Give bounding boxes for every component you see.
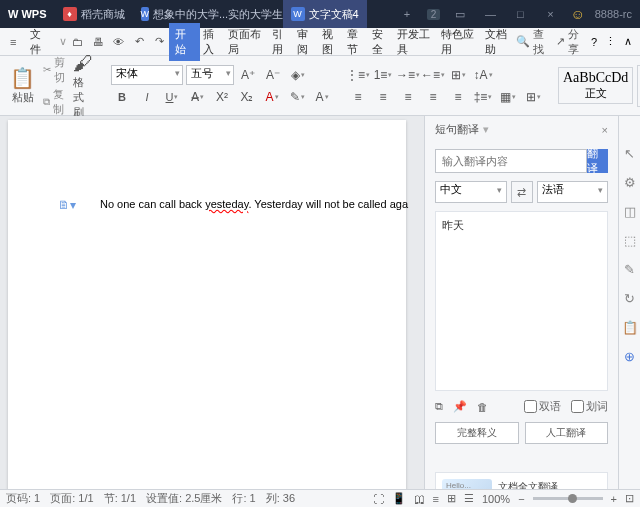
- delete-icon[interactable]: 🗑: [477, 401, 488, 413]
- panel-close-button[interactable]: ×: [602, 124, 608, 136]
- collapse-ribbon-icon[interactable]: ∧: [624, 35, 632, 48]
- font-size-select[interactable]: 五号: [186, 65, 234, 85]
- zoom-in-button[interactable]: +: [611, 493, 617, 505]
- zoom-value[interactable]: 100%: [482, 493, 510, 505]
- save-icon[interactable]: 🗀: [69, 32, 87, 52]
- settings-icon[interactable]: ⚙: [624, 175, 636, 190]
- status-col[interactable]: 列: 36: [266, 491, 295, 506]
- lang-to-select[interactable]: 法语: [537, 181, 609, 203]
- notification-badge[interactable]: 2: [427, 9, 441, 20]
- indent-right-icon[interactable]: →≡: [397, 65, 419, 85]
- full-definition-button[interactable]: 完整释义: [435, 422, 519, 444]
- view-book-icon[interactable]: 🕮: [414, 493, 425, 505]
- status-setting[interactable]: 设置值: 2.5厘米: [146, 491, 222, 506]
- strike-icon[interactable]: A̶: [186, 87, 208, 107]
- underline-icon[interactable]: U: [161, 87, 183, 107]
- status-line[interactable]: 行: 1: [232, 491, 255, 506]
- document-page[interactable]: 🗎▾ No one can call back yesteday. Yester…: [8, 120, 406, 489]
- zoom-out-button[interactable]: −: [518, 493, 524, 505]
- tab-start[interactable]: 开始: [169, 23, 200, 61]
- segment-check[interactable]: [571, 400, 584, 413]
- align-center-icon[interactable]: ≡: [372, 87, 394, 107]
- paste-button[interactable]: 📋粘贴: [6, 64, 39, 107]
- tab-review[interactable]: 审阅: [294, 23, 319, 61]
- char-border-icon[interactable]: A: [311, 87, 333, 107]
- align-right-icon[interactable]: ≡: [397, 87, 419, 107]
- bilingual-check[interactable]: [524, 400, 537, 413]
- misspelled-word[interactable]: yesteday: [205, 198, 248, 210]
- tab-features[interactable]: 特色应用: [438, 23, 482, 61]
- tab-references[interactable]: 引用: [269, 23, 294, 61]
- fit-page-icon[interactable]: ⊡: [625, 492, 634, 505]
- indent-left-icon[interactable]: ←≡: [422, 65, 444, 85]
- view-web-icon[interactable]: ⊞: [447, 492, 456, 505]
- undo-icon[interactable]: ↶: [130, 32, 148, 52]
- text-direction-icon[interactable]: ↕A: [472, 65, 494, 85]
- tab-insert[interactable]: 插入: [200, 23, 225, 61]
- search-button[interactable]: 🔍 查找: [516, 27, 547, 57]
- font-color-icon[interactable]: A: [261, 87, 283, 107]
- align-distribute-icon[interactable]: ≡: [447, 87, 469, 107]
- highlight-icon[interactable]: ✎: [286, 87, 308, 107]
- superscript-icon[interactable]: X²: [211, 87, 233, 107]
- document-viewport[interactable]: 🗎▾ No one can call back yesteday. Yester…: [0, 116, 424, 489]
- align-left-icon[interactable]: ≡: [347, 87, 369, 107]
- number-list-icon[interactable]: 1≡: [372, 65, 394, 85]
- more-icon[interactable]: ⋮: [605, 35, 616, 48]
- tab-security[interactable]: 安全: [369, 23, 394, 61]
- clear-format-icon[interactable]: ◈: [287, 65, 309, 85]
- align-justify-icon[interactable]: ≡: [422, 87, 444, 107]
- bilingual-checkbox[interactable]: 双语: [524, 399, 561, 414]
- borders-icon[interactable]: ⊞: [522, 87, 544, 107]
- format-painter-button[interactable]: 🖌格式刷: [69, 50, 97, 122]
- avatar-icon[interactable]: ☺: [570, 6, 584, 22]
- copy-button[interactable]: ⧉ 复制: [43, 87, 65, 117]
- print-icon[interactable]: 🖶: [89, 32, 107, 52]
- italic-icon[interactable]: I: [136, 87, 158, 107]
- document-text[interactable]: No one can call back yesteday. Yesterday…: [100, 198, 408, 210]
- preview-icon[interactable]: 👁: [110, 32, 128, 52]
- view-outline-icon[interactable]: ☰: [464, 492, 474, 505]
- line-spacing-icon[interactable]: ‡≡: [472, 87, 494, 107]
- bold-icon[interactable]: B: [111, 87, 133, 107]
- segment-checkbox[interactable]: 划词: [571, 399, 608, 414]
- zoom-thumb[interactable]: [568, 494, 577, 503]
- status-pages[interactable]: 页面: 1/1: [50, 491, 93, 506]
- clipboard-rail-icon[interactable]: 📋: [622, 320, 638, 335]
- minimize-button[interactable]: —: [480, 8, 500, 20]
- annotation-icon[interactable]: ✎: [624, 262, 635, 277]
- menu-hamburger-icon[interactable]: ≡: [4, 32, 22, 52]
- maximize-button[interactable]: □: [510, 8, 530, 20]
- snap-icon[interactable]: ⊞: [447, 65, 469, 85]
- subscript-icon[interactable]: X₂: [236, 87, 258, 107]
- status-section[interactable]: 节: 1/1: [104, 491, 136, 506]
- menu-icon[interactable]: ▭: [450, 8, 470, 21]
- status-page[interactable]: 页码: 1: [6, 491, 40, 506]
- style-icon[interactable]: ⬚: [624, 233, 636, 248]
- view-phone-icon[interactable]: 📱: [392, 492, 406, 505]
- shading-icon[interactable]: ▦: [497, 87, 519, 107]
- style-normal[interactable]: AaBbCcDd 正文: [558, 67, 633, 104]
- tab-layout[interactable]: 页面布局: [225, 23, 269, 61]
- zoom-slider[interactable]: [533, 497, 603, 500]
- tab-view[interactable]: 视图: [319, 23, 344, 61]
- properties-icon[interactable]: ◫: [624, 204, 636, 219]
- help-icon[interactable]: ?: [591, 36, 597, 48]
- bullet-list-icon[interactable]: ⋮≡: [347, 65, 369, 85]
- close-button[interactable]: ×: [540, 8, 560, 20]
- view-fullscreen-icon[interactable]: ⛶: [373, 493, 384, 505]
- redo-icon[interactable]: ↷: [151, 32, 169, 52]
- view-print-icon[interactable]: ≡: [433, 493, 439, 505]
- font-family-select[interactable]: 宋体: [111, 65, 183, 85]
- cut-button[interactable]: ✂ 剪切: [43, 55, 65, 85]
- manual-translate-button[interactable]: 人工翻译: [525, 422, 609, 444]
- select-tool-icon[interactable]: ↖: [624, 146, 635, 161]
- translate-rail-icon[interactable]: ⊕: [624, 349, 635, 364]
- translate-button[interactable]: 翻译: [587, 149, 608, 173]
- copy-result-icon[interactable]: ⧉: [435, 400, 443, 413]
- new-tab-button[interactable]: +: [397, 8, 417, 20]
- file-menu[interactable]: 文件: [24, 25, 56, 59]
- refresh-icon[interactable]: ↻: [624, 291, 635, 306]
- decrease-font-icon[interactable]: A⁻: [262, 65, 284, 85]
- tab-devtools[interactable]: 开发工具: [394, 23, 438, 61]
